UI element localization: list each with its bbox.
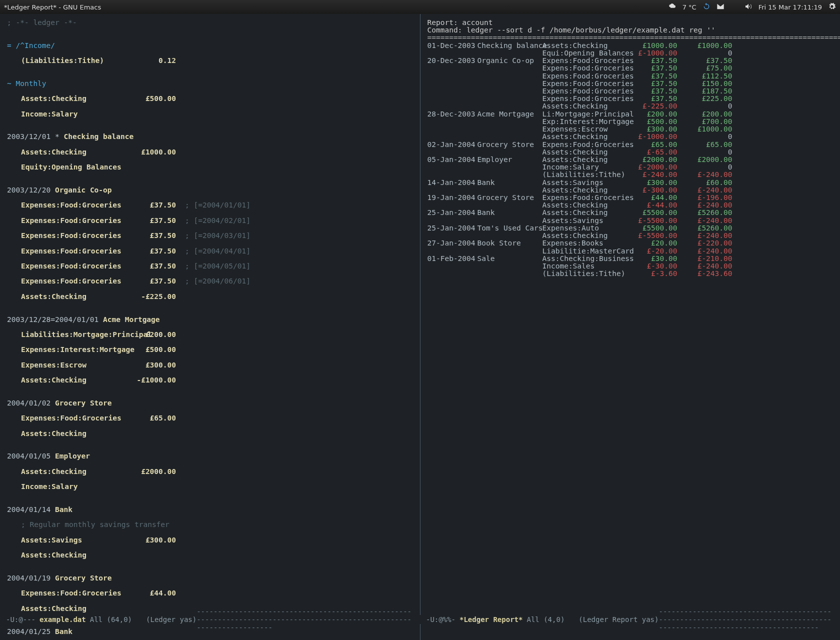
report-amount: £20.00 (622, 240, 678, 247)
report-account: Assets:Savings (542, 217, 622, 224)
clock[interactable]: Fri 15 Mar 17:11:19 (758, 4, 822, 11)
posting-account: Income:Salary (21, 483, 136, 490)
report-payee: Organic Co-op (478, 57, 542, 64)
report-row: Assets:Checking£-225.000 (428, 102, 834, 110)
report-amount: £500.00 (622, 118, 678, 126)
report-amount: £-225.00 (622, 102, 678, 110)
txn-date: 2004/01/02 (7, 399, 50, 407)
report-row: Assets:Checking£-65.000 (428, 148, 834, 156)
periodic-transaction: ~ Monthly (7, 80, 46, 88)
report-amount: £-2000.00 (622, 164, 678, 171)
modeline-flags: -U:@--- (6, 616, 36, 624)
ledger-source-buffer[interactable]: ; -*- ledger -*- = /^Income/ (Liabilitie… (0, 14, 420, 640)
report-balance: £-220.00 (678, 240, 732, 247)
report-date: 05-Jan-2004 (428, 156, 478, 164)
txn-date: 2003/12/28=2004/01/01 (7, 316, 98, 324)
posting-account: Assets:Checking (21, 552, 136, 559)
posting-account: Income:Salary (21, 110, 136, 118)
report-account: Expens:Food:Groceries (542, 57, 622, 64)
report-date (428, 102, 478, 110)
txn-date: 2003/12/20 (7, 186, 50, 194)
report-account: Expens:Food:Groceries (542, 88, 622, 95)
refresh-icon[interactable] (702, 2, 710, 12)
report-account: (Liabilities:Tithe) (542, 171, 622, 178)
report-date (428, 164, 478, 171)
report-balance: 0 (678, 50, 732, 57)
modeline-position: All (64,0) (90, 616, 132, 624)
report-payee (478, 217, 542, 224)
report-date (428, 186, 478, 194)
report-date (428, 148, 478, 156)
posting-account: Assets:Savings (21, 536, 136, 544)
report-amount: £37.50 (622, 95, 678, 102)
report-row: 01-Dec-2003Checking balanceAssets:Checki… (428, 42, 834, 50)
report-payee (478, 95, 542, 102)
report-balance: £37.50 (678, 57, 732, 64)
report-row: (Liabilities:Tithe)£-3.60£-243.60 (428, 270, 834, 278)
report-amount: £44.00 (622, 194, 678, 202)
report-account: Equi:Opening Balances (542, 50, 622, 57)
ledger-modeline-comment: ; -*- ledger -*- (7, 19, 413, 26)
report-account: Assets:Checking (542, 186, 622, 194)
volume-icon[interactable] (744, 2, 752, 12)
report-row: 02-Jan-2004Grocery StoreExpens:Food:Groc… (428, 141, 834, 148)
posting-account: Assets:Checking (21, 468, 136, 476)
network-icon[interactable] (730, 2, 738, 12)
posting-amount: £1000.00 (136, 148, 176, 156)
posting-note: ; [=2004/06/01] (176, 278, 250, 285)
report-rule: ========================================… (428, 34, 840, 42)
report-account: Expenses:Escrow (542, 126, 622, 133)
ledger-report-buffer[interactable]: Report: account Command: ledger --sort d… (420, 14, 840, 640)
report-row: Expens:Food:Groceries£37.50£75.00 (428, 64, 834, 72)
report-payee (478, 202, 542, 209)
report-amount: £1000.00 (622, 42, 678, 50)
modeline-mode: (Ledger Report yas) (578, 616, 658, 624)
report-row: Assets:Checking£-300.00£-240.00 (428, 186, 834, 194)
report-balance: £-240.00 (678, 202, 732, 209)
report-payee: Acme Mortgage (478, 110, 542, 118)
modeline-flags: -U:@%%- (426, 616, 456, 624)
posting-note: ; [=2004/04/01] (176, 248, 250, 255)
report-balance: £1000.00 (678, 126, 732, 133)
posting-account: Expenses:Food:Groceries (21, 590, 136, 597)
report-payee: Employer (478, 156, 542, 164)
report-row: (Liabilities:Tithe)£-240.00£-240.00 (428, 171, 834, 178)
report-account: Assets:Checking (542, 42, 622, 50)
posting-note: ; [=2004/01/01] (176, 202, 250, 209)
report-account: Expenses:Auto (542, 224, 622, 232)
posting-account: Expenses:Food:Groceries (21, 278, 136, 285)
posting-amount: £37.50 (136, 262, 176, 270)
posting-amount: £300.00 (136, 536, 176, 544)
report-row: Expenses:Escrow£300.00£1000.00 (428, 126, 834, 133)
report-date: 01-Dec-2003 (428, 42, 478, 50)
report-row: 14-Jan-2004BankAssets:Savings£300.00£60.… (428, 179, 834, 186)
report-row: 28-Dec-2003Acme MortgageLi:Mortgage:Prin… (428, 110, 834, 118)
report-balance: £-240.00 (678, 171, 732, 178)
report-payee (478, 186, 542, 194)
report-balance: £200.00 (678, 110, 732, 118)
weather-indicator[interactable] (668, 2, 676, 12)
gear-icon[interactable] (828, 2, 836, 12)
posting-account: Assets:Checking (21, 430, 136, 438)
report-date (428, 217, 478, 224)
report-payee (478, 232, 542, 240)
posting-amount: -£225.00 (136, 293, 176, 300)
report-balance: £-240.00 (678, 217, 732, 224)
report-account: Assets:Checking (542, 202, 622, 209)
txn-payee: Grocery Store (55, 399, 112, 407)
report-row: Assets:Checking£-1000.000 (428, 133, 834, 140)
modeline-fill: ----------------------------------------… (658, 608, 834, 632)
report-amount: £37.50 (622, 72, 678, 80)
report-account: Assets:Checking (542, 209, 622, 216)
txn-payee: Grocery Store (55, 574, 112, 582)
report-account: Assets:Checking (542, 102, 622, 110)
posting-amount: £37.50 (136, 202, 176, 209)
report-balance: £-240.00 (678, 232, 732, 240)
posting-amount: £65.00 (136, 414, 176, 422)
mail-icon[interactable] (716, 2, 724, 12)
posting-account: Assets:Checking (21, 605, 136, 612)
report-row: 25-Jan-2004Tom's Used CarsExpenses:Auto£… (428, 224, 834, 232)
report-row: Expens:Food:Groceries£37.50£150.00 (428, 80, 834, 88)
report-row: 05-Jan-2004EmployerAssets:Checking£2000.… (428, 156, 834, 164)
report-payee (478, 270, 542, 278)
